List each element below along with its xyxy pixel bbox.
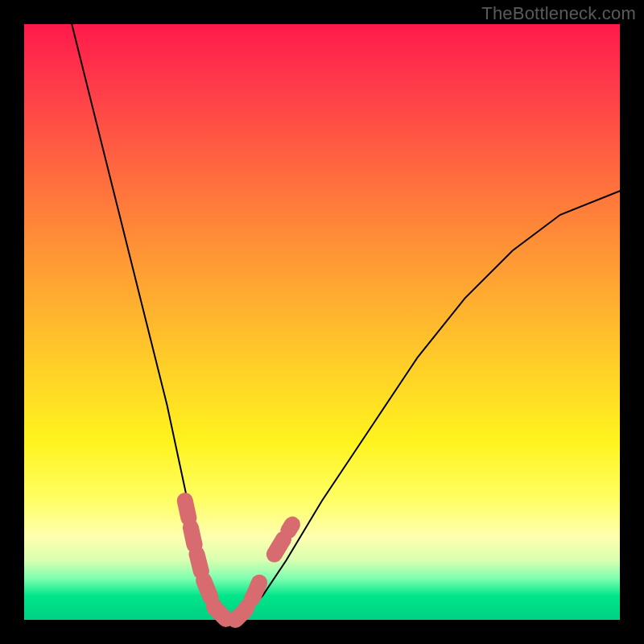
highlight-segment <box>275 525 292 555</box>
highlight-segment <box>185 501 262 620</box>
bottleneck-curve <box>72 24 620 620</box>
watermark-text: TheBottleneck.com <box>481 3 636 24</box>
curve-highlight <box>185 501 292 620</box>
plot-area <box>24 24 620 620</box>
chart-frame: TheBottleneck.com <box>0 0 644 644</box>
curve-svg <box>24 24 620 620</box>
